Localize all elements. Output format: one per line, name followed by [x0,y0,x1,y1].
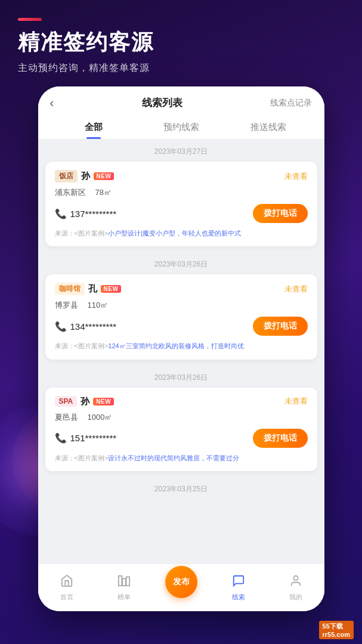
card-1-source: 来源：<图片案例>小户型设计|魔变小户型，年轻人也爱的新中式 [55,229,308,238]
call-button-3[interactable]: 拨打电话 [253,429,308,448]
nav-rank-label: 榜单 [117,593,131,602]
card-1-name: 孙 [81,171,90,182]
card-3-location: 夏邑县 [55,412,78,423]
watermark: 55下载rr55.com [319,621,354,639]
call-button-2[interactable]: 拨打电话 [253,317,308,336]
top-bar-row: ‹ 线索列表 线索点记录 [50,96,313,110]
card-3-phone-left: 📞 151********* [55,432,117,444]
date-divider-3: 2023年03月26日 [38,366,324,388]
main-title: 精准签约客源 [18,28,344,57]
top-right-link[interactable]: 线索点记录 [270,98,312,109]
card-1-status: 未查看 [284,171,308,182]
tab-appointment[interactable]: 预约线索 [137,117,225,139]
card-3-new-badge: NEW [93,398,114,405]
card-3-source-prefix: 来源：<图片案例> [55,454,109,462]
card-1-source-link[interactable]: 小户型设计|魔变小户型，年轻人也爱的新中式 [108,230,241,237]
rank-icon [117,574,131,591]
card-1-area: 78㎡ [95,187,112,198]
card-1-header: 饭店 孙 NEW 未查看 [55,170,308,182]
card-2-new-badge: NEW [101,285,122,293]
profile-icon [289,574,302,591]
phone-icon-3: 📞 [55,432,67,444]
header-section: 精准签约客源 主动预约咨询，精准签单客源 [0,0,362,86]
tab-all[interactable]: 全部 [50,117,138,139]
card-1-tag: 饭店 [55,170,78,182]
publish-label: 发布 [173,577,190,587]
nav-rank[interactable]: 榜单 [95,574,153,602]
card-1-phone-left: 📞 137********* [55,208,117,219]
tab-push[interactable]: 推送线索 [225,117,313,139]
phone-icon-1: 📞 [55,208,67,219]
bottom-nav: 首页 榜单 发布 线索 [38,564,324,611]
card-2-phone-left: 📞 134********* [55,321,117,332]
nav-home[interactable]: 首页 [38,574,95,602]
card-2-location: 博罗县 [55,300,78,311]
home-icon [60,574,73,591]
card-2-tag: 咖啡馆 [55,283,85,295]
nav-profile-label: 我的 [289,593,302,602]
card-3-area: 1000㎡ [88,412,113,423]
nav-leads[interactable]: 线索 [210,574,267,602]
tabs-row: 全部 预约线索 推送线索 [50,117,313,139]
svg-rect-2 [126,577,129,586]
phone-icon-2: 📞 [55,321,67,332]
card-2-phone-row: 📞 134********* 拨打电话 [55,317,308,336]
main-subtitle: 主动预约咨询，精准签单客源 [18,62,344,75]
card-3-tag: SPA [55,396,78,407]
card-3-header: SPA 孙 NEW 未查看 [55,396,308,407]
lead-list: 2023年03月27日 饭店 孙 NEW 未查看 浦东新区 78㎡ [38,140,324,611]
date-divider-1: 2023年03月27日 [38,140,324,162]
card-1-location: 浦东新区 [55,187,86,198]
svg-rect-1 [122,578,126,586]
card-2-name: 孔 [88,283,97,295]
card-1-phone: 137********* [70,209,117,219]
nav-publish[interactable]: 发布 [153,578,210,598]
lead-card-2: 咖啡馆 孔 NEW 未查看 博罗县 110㎡ 📞 134********* 拨打… [45,274,317,359]
card-2-status: 未查看 [284,284,308,295]
date-divider-4: 2023年03月25日 [38,477,324,499]
card-3-status: 未查看 [284,396,308,407]
card-2-header: 咖啡馆 孔 NEW 未查看 [55,283,308,295]
leads-icon [232,574,245,591]
card-1-new-badge: NEW [94,172,115,180]
card-2-source-prefix: 来源：<图片案例> [55,342,109,349]
card-3-phone: 151********* [70,433,117,443]
card-1-source-prefix: 来源：<图片案例> [55,230,109,237]
card-3-source-link[interactable]: 设计永不过时的现代简约风雅居，不需要过分 [108,454,239,462]
card-2-source-link[interactable]: 124㎡三室简约北欧风的装修风格，打造时尚优 [108,342,243,349]
card-3-name: 孙 [81,396,89,407]
top-bar: ‹ 线索列表 线索点记录 全部 预约线索 推送线索 [38,86,324,140]
call-button-1[interactable]: 拨打电话 [253,204,308,223]
nav-profile[interactable]: 我的 [267,574,324,602]
nav-home-label: 首页 [60,593,73,602]
card-3-source: 来源：<图片案例>设计永不过时的现代简约风雅居，不需要过分 [55,454,308,463]
publish-button[interactable]: 发布 [165,566,197,598]
card-2-source: 来源：<图片案例>124㎡三室简约北欧风的装修风格，打造时尚优 [55,342,308,351]
svg-rect-0 [118,575,122,586]
back-button[interactable]: ‹ [50,96,54,110]
phone-mockup: ‹ 线索列表 线索点记录 全部 预约线索 推送线索 2023年03月27日 饭店… [38,86,324,611]
card-3-header-left: SPA 孙 NEW [55,396,115,407]
date-divider-2: 2023年03月26日 [38,252,324,274]
svg-point-3 [293,575,298,580]
phone-screen: ‹ 线索列表 线索点记录 全部 预约线索 推送线索 2023年03月27日 饭店… [38,86,324,611]
card-2-area: 110㎡ [88,300,109,311]
card-2-phone: 134********* [70,321,117,332]
card-3-phone-row: 📞 151********* 拨打电话 [55,429,308,448]
card-3-info: 夏邑县 1000㎡ [55,412,308,423]
card-1-header-left: 饭店 孙 NEW [55,170,115,182]
card-2-header-left: 咖啡馆 孔 NEW [55,283,122,295]
header-decoration [18,18,42,21]
screen-title: 线索列表 [142,96,182,110]
card-1-info: 浦东新区 78㎡ [55,187,308,198]
nav-leads-label: 线索 [232,593,245,602]
lead-card-1: 饭店 孙 NEW 未查看 浦东新区 78㎡ 📞 137********* 拨打电… [45,162,317,246]
lead-card-3: SPA 孙 NEW 未查看 夏邑县 1000㎡ 📞 151********* 拨… [45,388,317,471]
card-1-phone-row: 📞 137********* 拨打电话 [55,204,308,223]
card-2-info: 博罗县 110㎡ [55,300,308,311]
